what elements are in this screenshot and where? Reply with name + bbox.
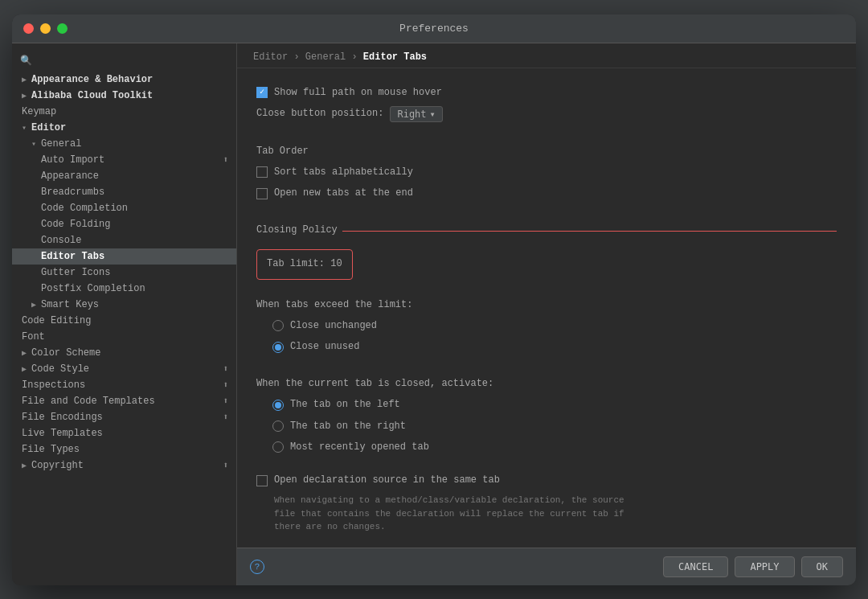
editor-arrow-icon: ▾ [22, 123, 27, 133]
when-current-closed-label: When the current tab is closed, activate… [256, 376, 837, 392]
tab-limit-label: Tab limit: 10 [267, 258, 342, 269]
close-button-position-dropdown[interactable]: Right ▾ [390, 106, 442, 122]
show-full-path-checkbox[interactable] [256, 87, 268, 98]
close-button[interactable] [23, 23, 34, 34]
sidebar-item-appearance-behavior[interactable]: ▶Appearance & Behavior [12, 72, 236, 88]
tab-right-radio[interactable] [272, 421, 284, 432]
sidebar-item-color-scheme[interactable]: ▶Color Scheme [12, 345, 236, 361]
sidebar-item-editor[interactable]: ▾Editor [12, 120, 236, 136]
breadcrumbs-label: Breadcrumbs [41, 187, 104, 198]
file-code-templates-label: File and Code Templates [22, 396, 155, 407]
copyright-arrow-icon: ▶ [22, 461, 27, 470]
help-icon[interactable]: ? [250, 560, 264, 574]
open-new-tabs-checkbox[interactable] [256, 188, 268, 199]
copyright-label: Copyright [31, 460, 84, 471]
sidebar-item-file-code-templates[interactable]: File and Code Templates⬆ [12, 393, 236, 409]
postfix-completion-label: Postfix Completion [41, 283, 145, 294]
code-editing-label: Code Editing [22, 315, 91, 326]
file-encodings-label: File Encodings [22, 412, 103, 423]
closing-policy-section: Closing Policy [256, 223, 837, 238]
sidebar-item-alibaba-cloud[interactable]: ▶Alibaba Cloud Toolkit [12, 88, 236, 104]
sidebar-item-font[interactable]: Font [12, 329, 236, 345]
dropdown-arrow-icon: ▾ [430, 109, 436, 120]
general-arrow-icon: ▾ [31, 139, 36, 149]
sort-tabs-row: Sort tabs alphabetically [256, 165, 837, 180]
cancel-button[interactable]: CANCEL [663, 556, 728, 577]
open-declaration-checkbox[interactable] [256, 475, 268, 486]
sidebar-item-general[interactable]: ▾General [12, 136, 236, 152]
sidebar-item-breadcrumbs[interactable]: Breadcrumbs [12, 184, 236, 200]
appearance-behavior-label: Appearance & Behavior [31, 74, 153, 85]
code-style-badge: ⬆ [223, 363, 228, 374]
titlebar: Preferences [12, 14, 856, 43]
sidebar-item-code-editing[interactable]: Code Editing [12, 313, 236, 329]
search-box[interactable]: 🔍 [12, 50, 236, 72]
sidebar-item-smart-keys[interactable]: ▶Smart Keys [12, 297, 236, 313]
sidebar-item-editor-tabs[interactable]: Editor Tabs [12, 248, 236, 265]
close-unused-label: Close unused [290, 339, 359, 355]
ok-button[interactable]: OK [801, 556, 843, 577]
tab-limit-box: Tab limit: 10 [256, 249, 353, 279]
search-icon: 🔍 [20, 55, 32, 67]
apply-button[interactable]: APPLY [735, 556, 794, 577]
sidebar-item-code-folding[interactable]: Code Folding [12, 216, 236, 232]
tab-right-row: The tab on the right [272, 419, 837, 434]
sidebar-item-copyright[interactable]: ▶Copyright⬆ [12, 457, 236, 474]
sidebar-item-file-types[interactable]: File Types [12, 441, 236, 457]
sidebar-item-appearance[interactable]: Appearance [12, 168, 236, 184]
content-area: 🔍 ▶Appearance & Behavior▶Alibaba Cloud T… [12, 43, 856, 585]
sort-tabs-label: Sort tabs alphabetically [274, 165, 413, 180]
close-unchanged-radio[interactable] [272, 320, 284, 331]
sidebar-item-keymap[interactable]: Keymap [12, 104, 236, 120]
close-unused-row: Close unused [272, 339, 837, 355]
sidebar-item-file-encodings[interactable]: File Encodings⬆ [12, 409, 236, 425]
sidebar-item-console[interactable]: Console [12, 232, 236, 248]
inspections-label: Inspections [22, 380, 85, 391]
alibaba-cloud-arrow-icon: ▶ [22, 91, 27, 101]
breadcrumb-active: Editor Tabs [363, 51, 427, 63]
breadcrumb-general: General [305, 51, 346, 63]
keymap-label: Keymap [22, 106, 56, 117]
traffic-lights [23, 23, 68, 34]
file-code-templates-badge: ⬆ [223, 396, 228, 406]
tab-left-label: The tab on the left [290, 397, 400, 412]
open-new-tabs-label: Open new tabs at the end [274, 186, 413, 201]
editor-tabs-label: Editor Tabs [41, 251, 104, 262]
open-declaration-row: Open declaration source in the same tab [256, 473, 837, 488]
breadcrumb-editor: Editor [253, 51, 288, 63]
sidebar-item-code-completion[interactable]: Code Completion [12, 200, 236, 216]
tab-left-row: The tab on the left [272, 397, 837, 412]
console-label: Console [41, 235, 81, 246]
sidebar-item-auto-import[interactable]: Auto Import⬆ [12, 152, 236, 168]
sidebar-item-postfix-completion[interactable]: Postfix Completion [12, 281, 236, 297]
tab-order-section: Tab Order [256, 144, 837, 159]
breadcrumb: Editor › General › Editor Tabs [237, 43, 856, 68]
open-declaration-help: When navigating to a method/class/variab… [274, 494, 628, 534]
sort-tabs-checkbox[interactable] [256, 166, 268, 178]
maximize-button[interactable] [57, 23, 68, 34]
close-unused-radio[interactable] [272, 342, 284, 353]
code-style-arrow-icon: ▶ [22, 364, 27, 374]
tab-left-radio[interactable] [272, 400, 284, 411]
alibaba-cloud-label: Alibaba Cloud Toolkit [31, 90, 153, 101]
smart-keys-arrow-icon: ▶ [31, 300, 36, 310]
code-folding-label: Code Folding [41, 219, 110, 230]
color-scheme-label: Color Scheme [31, 347, 100, 359]
copyright-badge: ⬆ [223, 460, 228, 470]
auto-import-label: Auto Import [41, 154, 104, 166]
appearance-behavior-arrow-icon: ▶ [22, 75, 27, 84]
minimize-button[interactable] [40, 23, 51, 34]
close-button-position-value: Right [397, 109, 426, 120]
close-unchanged-row: Close unchanged [272, 318, 837, 334]
breadcrumb-sep1: › [293, 51, 305, 63]
sidebar-item-live-templates[interactable]: Live Templates [12, 425, 236, 441]
main-panel: Editor › General › Editor Tabs Show full… [237, 43, 856, 585]
breadcrumb-sep2: › [351, 51, 362, 63]
most-recently-radio[interactable] [272, 441, 284, 453]
sidebar-item-inspections[interactable]: Inspections⬆ [12, 377, 236, 393]
sidebar-item-gutter-icons[interactable]: Gutter Icons [12, 265, 236, 281]
when-tabs-exceed-label: When tabs exceed the limit: [256, 297, 837, 313]
inspections-badge: ⬆ [223, 380, 228, 390]
sidebar-items-container: ▶Appearance & Behavior▶Alibaba Cloud Too… [12, 72, 236, 474]
sidebar-item-code-style[interactable]: ▶Code Style⬆ [12, 361, 236, 377]
